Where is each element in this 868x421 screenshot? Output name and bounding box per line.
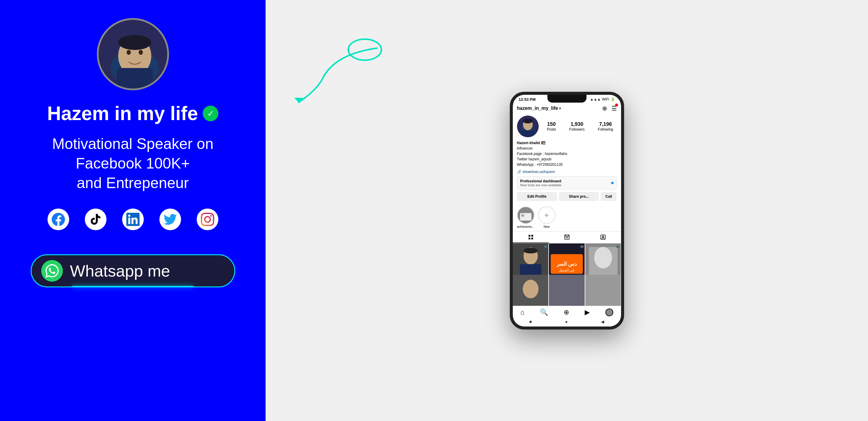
svg-point-38 (523, 280, 538, 299)
twitter-icon[interactable] (159, 209, 181, 230)
ig-username-row[interactable]: hazem_in_my_life ▾ (517, 106, 561, 111)
svg-rect-14 (520, 213, 531, 220)
ig-grid-item-5[interactable] (549, 275, 585, 306)
ig-stats: 150 Posts 1,930 Followers 7,196 Followin… (544, 121, 617, 131)
tiktok-icon[interactable] (85, 209, 106, 230)
svg-rect-12 (521, 130, 534, 137)
whatsapp-label: Whatsapp me (70, 262, 170, 280)
android-square-btn[interactable]: ■ (529, 319, 532, 324)
ig-posts-label: Posts (547, 127, 556, 131)
tagline: Motivational Speaker on Facebook 100K+an… (0, 134, 266, 193)
facebook-icon[interactable] (48, 209, 69, 230)
ig-action-buttons: Edit Profile Share pro... Call (517, 192, 617, 201)
ig-story-label-highlight: achieveme... (517, 225, 534, 229)
svg-rect-40 (585, 275, 621, 306)
ig-menu-icon[interactable]: ☰ (612, 105, 617, 112)
ig-nav-reels[interactable]: ▶ (585, 308, 590, 316)
ig-followers-number: 1,930 (569, 121, 584, 127)
linkedin-icon[interactable] (122, 209, 144, 230)
whatsapp-button[interactable]: Whatsapp me (31, 254, 235, 288)
status-icons: ▲▲▲ WiFi 🔋 (590, 97, 615, 101)
ig-nav-search[interactable]: 🔍 (540, 308, 548, 316)
signal-icon: ▲▲▲ (590, 97, 601, 101)
ig-bio-twitter: Twitter hazem_arjoub (517, 157, 552, 161)
svg-rect-19 (531, 237, 533, 239)
phone-notch (548, 95, 587, 102)
ig-add-icon[interactable]: ⊕ (602, 105, 607, 112)
ig-dashboard-title: Professional dashboard (520, 179, 562, 183)
ig-grid-item-6[interactable] (585, 275, 621, 306)
svg-point-21 (566, 236, 568, 238)
ig-followers-label: Followers (569, 127, 584, 131)
ig-posts-stat: 150 Posts (547, 121, 556, 131)
ig-followers-stat[interactable]: 1,930 Followers (569, 121, 584, 131)
ig-bio-facebook: Facebook page : hazemsoftahs (517, 152, 567, 156)
ig-grid-item-2[interactable]: دس السر في العسل 📹 (549, 243, 585, 279)
left-panel: Hazem in my life ✓ Motivational Speaker … (0, 0, 266, 421)
ig-profile-section: 150 Posts 1,930 Followers 7,196 Followin… (513, 113, 621, 206)
verified-badge: ✓ (203, 106, 218, 121)
svg-text:في العسل: في العسل (559, 268, 575, 272)
edit-profile-button[interactable]: Edit Profile (517, 192, 557, 201)
svg-point-28 (523, 248, 537, 253)
svg-point-25 (602, 236, 603, 237)
svg-rect-39 (549, 275, 585, 306)
svg-point-23 (568, 235, 569, 236)
svg-rect-18 (528, 237, 530, 239)
ig-story-new[interactable]: + New (538, 206, 556, 229)
ig-grid-item-3[interactable]: 📹 (585, 243, 621, 279)
instagram-icon[interactable] (197, 209, 218, 230)
ig-avatar (517, 116, 539, 137)
ig-tab-reels[interactable] (549, 232, 585, 243)
notification-dot (615, 103, 618, 107)
svg-point-4 (138, 50, 143, 55)
svg-point-3 (127, 50, 131, 55)
ig-following-number: 7,196 (598, 121, 613, 127)
svg-rect-16 (528, 235, 530, 237)
right-panel: 12:53 PM ▲▲▲ WiFi 🔋 hazem_in_my_life ▾ ⊕… (266, 0, 868, 421)
android-circle-btn[interactable]: ● (565, 319, 567, 324)
whatsapp-icon (41, 260, 63, 282)
svg-point-36 (594, 247, 612, 268)
ig-bio-link[interactable]: 🔗 showrtner.us/hazem (517, 170, 617, 174)
svg-rect-17 (531, 235, 533, 237)
phone-mockup: 12:53 PM ▲▲▲ WiFi 🔋 hazem_in_my_life ▾ ⊕… (510, 92, 624, 330)
ig-story-circle-new: + (538, 206, 556, 224)
ig-story-circle-highlight (517, 206, 534, 224)
ig-nav-avatar[interactable] (606, 308, 613, 316)
avatar-image (99, 20, 167, 88)
social-icons-row (48, 209, 218, 230)
ig-nav-add[interactable]: ⊕ (564, 308, 569, 316)
link-icon: 🔗 (517, 170, 522, 174)
ig-photo-grid: 📹 دس السر في العسل 📹 (513, 243, 621, 306)
ig-link-text: showrtner.us/hazem (523, 170, 555, 174)
ig-following-stat[interactable]: 7,196 Following (598, 121, 613, 131)
status-time: 12:53 PM (519, 97, 536, 102)
ig-tab-tagged[interactable] (585, 232, 621, 243)
ig-story-highlight[interactable]: achieveme... (517, 206, 534, 229)
ig-header-icons: ⊕ ☰ (602, 105, 617, 112)
ig-story-label-new: New (544, 225, 550, 229)
ig-bio-name: Hazem khalid 🇵🇸 (517, 141, 546, 145)
share-profile-button[interactable]: Share pro... (559, 192, 599, 201)
ig-bio: Hazem khalid 🇵🇸 Influencer Facebook page… (517, 140, 617, 167)
grid-video-icon-3: 📹 (616, 245, 620, 248)
android-triangle-btn[interactable]: ◀ (601, 319, 604, 324)
battery-icon: 🔋 (611, 97, 615, 101)
ig-professional-dashboard[interactable]: Professional dashboard New tools are now… (517, 176, 617, 189)
grid-video-icon-1: 📹 (544, 245, 547, 248)
ig-nav-home[interactable]: ⌂ (520, 308, 524, 316)
ig-stories-row: achieveme... + New (513, 206, 621, 232)
ig-content-tabs (513, 232, 621, 243)
svg-rect-15 (521, 214, 524, 217)
ig-bio-title: Influencer (517, 146, 533, 150)
ig-dashboard-sub: New tools are now available. (520, 183, 562, 187)
call-button[interactable]: Call (600, 192, 617, 201)
ig-grid-item-4[interactable] (513, 275, 549, 306)
ig-grid-item-1[interactable]: 📹 (513, 243, 549, 279)
phone-screen: 12:53 PM ▲▲▲ WiFi 🔋 hazem_in_my_life ▾ ⊕… (513, 95, 621, 327)
ig-tab-grid[interactable] (513, 232, 549, 243)
ig-dashboard-dot (611, 182, 614, 184)
ig-chevron-icon: ▾ (559, 106, 561, 111)
svg-point-7 (348, 39, 381, 60)
